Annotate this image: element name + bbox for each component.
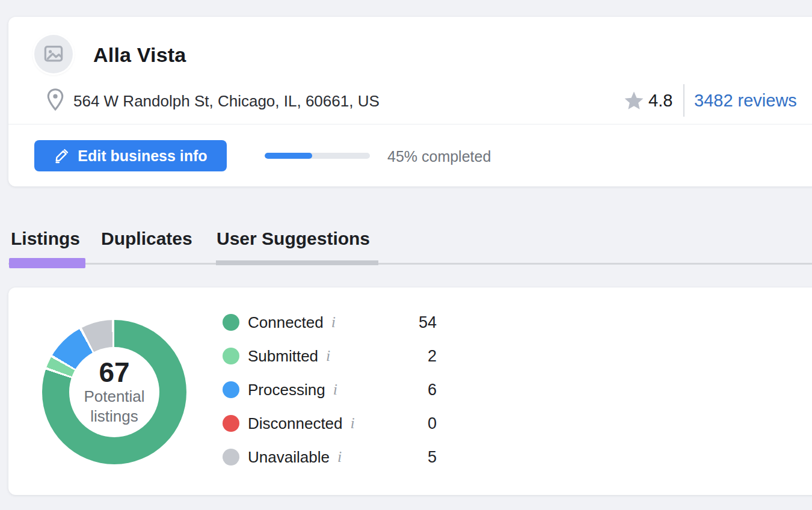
image-placeholder-icon [43,45,64,63]
info-icon[interactable]: i [351,414,355,432]
unavailable-dot [223,449,239,465]
progress-fill [265,153,312,159]
card-divider [8,124,812,124]
submitted-dot [223,348,239,364]
info-icon[interactable]: i [333,381,337,399]
business-info-card: Alla Vista 564 W Randolph St, Chicago, I… [8,17,812,186]
business-name: Alla Vista [93,43,186,67]
disconnected-dot [223,415,239,432]
location-pin-icon [46,88,65,112]
legend-label: Connected [248,313,324,332]
info-icon[interactable]: i [337,448,342,466]
donut-center: 67 Potential listings [69,347,159,437]
tab-hover-indicator [216,260,378,265]
legend-label: Processing [248,381,325,399]
legend-row-connected: Connected i 54 [223,306,437,339]
info-icon[interactable]: i [326,347,330,365]
info-icon[interactable]: i [331,313,336,331]
legend-label: Unavailable [248,448,330,467]
listings-donut-chart: 67 Potential listings [42,320,186,464]
legend-value: 6 [428,381,437,399]
legend-value: 5 [428,448,437,467]
tab-listings[interactable]: Listings [11,229,80,249]
star-icon [623,90,645,111]
legend-row-unavailable: Unavailable i 5 [223,440,437,474]
legend-label: Disconnected [248,414,343,433]
listings-status-legend: Connected i 54 Submitted i 2 Processing … [223,306,437,474]
rating-value: 4.8 [648,91,672,111]
pencil-icon [54,148,69,164]
progress-label: 45% completed [387,148,491,165]
processing-dot [223,381,239,398]
legend-label: Submitted [248,347,318,366]
donut-center-label: Potential listings [84,387,144,427]
connected-dot [223,314,239,331]
listings-summary-card: 67 Potential listings Connected i 54 Sub… [8,287,812,495]
edit-button-label: Edit business info [78,147,207,165]
edit-business-info-button[interactable]: Edit business info [34,140,227,171]
legend-value: 2 [428,347,437,366]
tabs-bottom-border [8,263,812,265]
reviews-link[interactable]: 3482 reviews [694,91,797,111]
legend-row-submitted: Submitted i 2 [223,339,437,373]
legend-row-disconnected: Disconnected i 0 [223,407,437,440]
tab-duplicates[interactable]: Duplicates [101,229,192,249]
tab-user-suggestions[interactable]: User Suggestions [217,229,370,249]
donut-total-value: 67 [99,358,129,387]
legend-row-processing: Processing i 6 [223,373,437,407]
tab-active-indicator [9,258,85,268]
legend-value: 54 [419,313,437,332]
profile-completion-progressbar [265,153,370,159]
legend-value: 0 [428,414,437,433]
business-address: 564 W Randolph St, Chicago, IL, 60661, U… [73,92,380,111]
rating-divider [683,84,684,117]
business-avatar [34,35,73,73]
